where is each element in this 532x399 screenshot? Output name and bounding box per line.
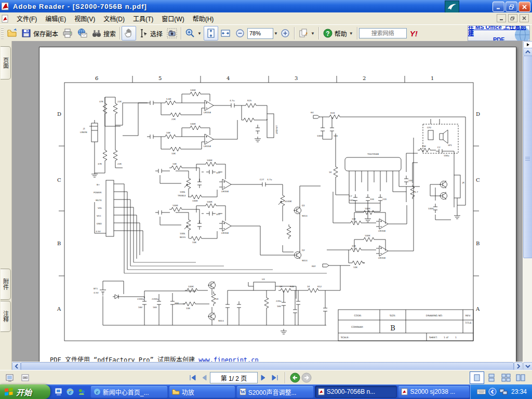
svg-text:LM358: LM358 bbox=[221, 232, 229, 234]
menu-view[interactable]: 视图(V) bbox=[70, 13, 99, 24]
child-close-button[interactable] bbox=[520, 14, 529, 22]
open-button[interactable] bbox=[5, 26, 19, 41]
svg-text:220u: 220u bbox=[276, 300, 282, 302]
first-page-button[interactable] bbox=[187, 373, 198, 383]
task-button-news[interactable]: e 新闻中心首页_... bbox=[90, 385, 168, 398]
zoom-level-dropdown-icon[interactable]: ▼ bbox=[274, 31, 278, 36]
pdf-footer-text: PDF 文件使用 “pdfFactory Pro” 试用版本创建 bbox=[50, 356, 198, 362]
scroll-up-icon[interactable] bbox=[523, 48, 532, 56]
page-number-field[interactable] bbox=[210, 372, 258, 383]
save-copy-button[interactable]: 保存副本 bbox=[19, 26, 60, 41]
menu-help[interactable]: 帮助(H) bbox=[189, 13, 218, 24]
zoom-tool-dropdown-icon[interactable]: ▼ bbox=[197, 31, 202, 36]
page-size-icon[interactable] bbox=[20, 373, 31, 383]
clock: 23:34 bbox=[511, 388, 527, 395]
search-button[interactable]: 搜索 bbox=[89, 26, 118, 41]
zoom-in-button[interactable] bbox=[278, 26, 292, 41]
tab-attachments[interactable]: 附件 bbox=[1, 269, 11, 300]
print-button[interactable] bbox=[60, 26, 75, 41]
continuous-facing-layout-button[interactable] bbox=[499, 371, 513, 384]
hand-tool-button[interactable] bbox=[122, 26, 136, 41]
pdf-footer: PDF 文件使用 “pdfFactory Pro” 试用版本创建 www.fin… bbox=[50, 355, 259, 362]
svg-text:REV:: REV: bbox=[466, 314, 471, 317]
web-search-input[interactable] bbox=[359, 28, 407, 38]
start-button[interactable]: 开始 bbox=[0, 384, 50, 399]
svg-text:DRAWING NO:: DRAWING NO: bbox=[426, 314, 443, 317]
menu-tools[interactable]: 工具(T) bbox=[129, 13, 157, 24]
document-status-icon[interactable] bbox=[4, 373, 16, 383]
help-button[interactable]: ? 帮助 ▼ bbox=[321, 26, 355, 41]
continuous-layout-button[interactable] bbox=[484, 371, 499, 384]
scrollbar-options-icon[interactable] bbox=[523, 41, 532, 48]
page-display-dropdown-icon[interactable]: ▼ bbox=[311, 31, 315, 36]
help-dropdown-icon[interactable]: ▼ bbox=[349, 31, 353, 36]
window-title: Adobe Reader - [S2000-7056B n.pdf] bbox=[13, 3, 147, 10]
task-button-other-pdf[interactable]: S2000 sj2038 ... bbox=[398, 385, 469, 398]
child-minimize-button[interactable] bbox=[497, 14, 506, 22]
restore-button[interactable] bbox=[506, 2, 517, 12]
svg-text:47K: 47K bbox=[98, 163, 102, 165]
zoom-tool-button[interactable]: ▼ bbox=[183, 26, 204, 41]
fineprint-link[interactable]: www.fineprint.cn bbox=[198, 356, 259, 362]
fit-width-button[interactable] bbox=[218, 26, 233, 41]
svg-text:10K: 10K bbox=[166, 131, 170, 134]
tab-pages[interactable]: 页面 bbox=[1, 46, 11, 79]
svg-text:1000: 1000 bbox=[317, 135, 323, 137]
menu-file[interactable]: 文件(F) bbox=[12, 13, 41, 24]
search-label: 搜索 bbox=[103, 29, 116, 38]
svg-text:100K: 100K bbox=[188, 285, 194, 288]
close-button[interactable] bbox=[518, 2, 530, 12]
snapshot-button[interactable] bbox=[165, 26, 179, 41]
start-label: 开始 bbox=[16, 387, 32, 397]
vertical-scrollbar[interactable] bbox=[523, 41, 532, 370]
zoom-level-field[interactable]: 78% bbox=[247, 28, 273, 39]
menu-edit[interactable]: 编辑(E) bbox=[41, 13, 70, 24]
previous-page-button[interactable] bbox=[198, 373, 210, 383]
show-desktop-icon[interactable] bbox=[55, 388, 63, 396]
svg-text:2200u: 2200u bbox=[137, 298, 144, 300]
page-display-button[interactable]: ▼ bbox=[296, 26, 317, 41]
task-button-folder[interactable]: 功放 bbox=[169, 385, 235, 398]
previous-view-button[interactable] bbox=[289, 373, 301, 383]
svg-text:D: D bbox=[57, 111, 61, 117]
keyboard-tray-icon[interactable] bbox=[477, 389, 486, 395]
svg-text:2: 2 bbox=[363, 75, 366, 81]
document-pane[interactable]: 6 5 4 3 2 1 D C B A D C B A J1 LINEIN 47… bbox=[12, 41, 523, 362]
last-page-button[interactable] bbox=[269, 373, 281, 383]
facing-layout-button[interactable] bbox=[513, 371, 528, 384]
tab-comments[interactable]: 注释 bbox=[1, 301, 11, 332]
scroll-right-icon[interactable] bbox=[514, 362, 523, 370]
child-restore-button[interactable] bbox=[508, 14, 517, 22]
vertical-scroll-thumb[interactable] bbox=[523, 56, 532, 258]
zoom-in-circle-icon bbox=[280, 28, 290, 38]
internet-explorer-icon[interactable]: e bbox=[66, 388, 74, 396]
minimize-button[interactable] bbox=[493, 2, 504, 12]
next-view-button[interactable] bbox=[301, 373, 312, 383]
svg-text:1K: 1K bbox=[329, 171, 332, 174]
next-page-button[interactable] bbox=[258, 373, 269, 383]
svg-text:U3: U3 bbox=[262, 278, 265, 281]
svg-text:C2: C2 bbox=[437, 146, 441, 149]
single-page-layout-button[interactable] bbox=[470, 371, 484, 384]
svg-text:BASS: BASS bbox=[180, 236, 185, 238]
toolbar-grip[interactable] bbox=[1, 28, 4, 39]
messenger-icon[interactable] bbox=[77, 388, 86, 396]
fit-page-button[interactable] bbox=[204, 26, 218, 41]
network-tray-icon[interactable] bbox=[499, 388, 508, 395]
email-button[interactable] bbox=[75, 26, 89, 41]
svg-text:22K: 22K bbox=[171, 118, 176, 121]
horizontal-scrollbar[interactable] bbox=[12, 362, 523, 370]
horizontal-scroll-thumb[interactable] bbox=[21, 362, 514, 370]
menu-document[interactable]: 文档(D) bbox=[99, 13, 129, 24]
task-label: 新闻中心首页_... bbox=[103, 388, 149, 396]
task-button-current-pdf[interactable]: S2000-7056B n... bbox=[315, 385, 397, 398]
menu-window[interactable]: 窗口(W) bbox=[157, 13, 188, 24]
scroll-down-icon[interactable] bbox=[523, 362, 532, 370]
svg-text:100u: 100u bbox=[444, 154, 449, 157]
select-tool-button[interactable]: 选择 bbox=[136, 26, 165, 41]
hide-icons-chevron-icon[interactable] bbox=[488, 388, 497, 396]
create-pdf-from-office-button[interactable]: 在 MS Office 上任意创建 PDF bbox=[468, 25, 530, 41]
task-button-word-doc[interactable]: W S2000声音调整... bbox=[236, 385, 314, 398]
zoom-out-button[interactable] bbox=[233, 26, 247, 41]
scroll-left-icon[interactable] bbox=[12, 362, 21, 370]
